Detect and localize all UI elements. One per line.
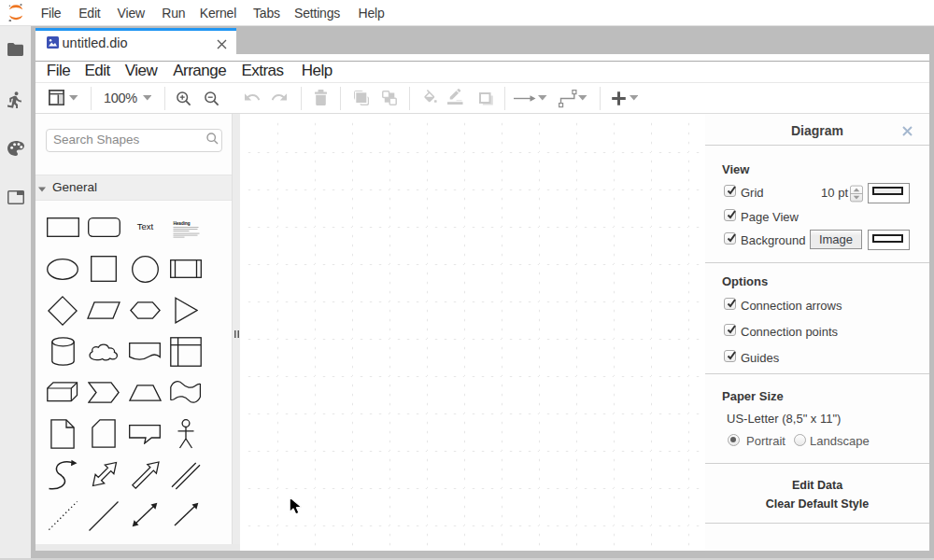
svg-text:Heading: Heading <box>173 221 190 226</box>
svg-text:Text: Text <box>136 220 153 231</box>
